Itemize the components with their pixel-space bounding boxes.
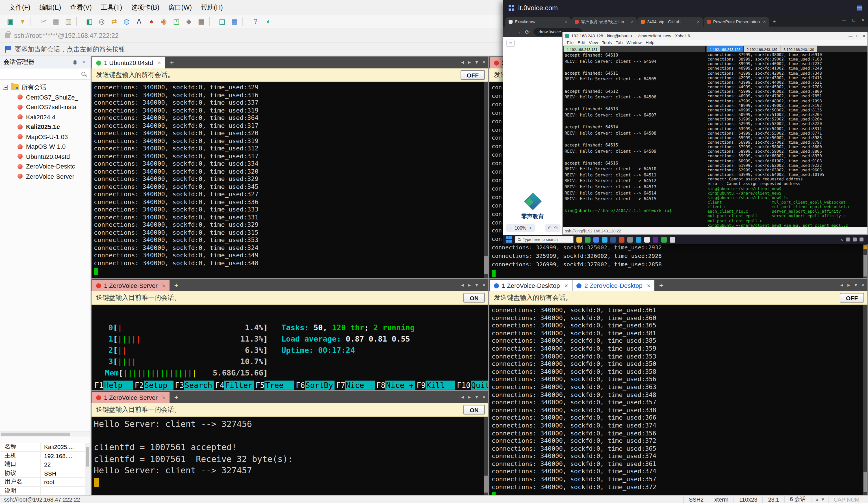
menu-item[interactable]: 工具(T) — [96, 3, 127, 12]
tab-scroll-right-icon[interactable]: ▸ — [468, 394, 471, 400]
pane-close-icon[interactable]: × — [482, 59, 485, 65]
calculator-icon[interactable]: ▦ — [196, 16, 207, 27]
tab-scroll-left-icon[interactable]: ◂ — [840, 282, 843, 288]
zoom-out-icon[interactable]: − — [509, 225, 512, 230]
terminal[interactable]: accept finshed: 64510RECV: Hello Server:… — [563, 52, 705, 227]
tab-close-icon[interactable]: × — [631, 19, 633, 24]
web-icon[interactable]: ◍ — [121, 16, 132, 27]
tab-close-icon[interactable]: × — [162, 394, 166, 401]
pin-icon[interactable]: ◉ — [72, 59, 79, 65]
tray-chevron-icon[interactable]: ∧ — [840, 237, 843, 242]
session-item[interactable]: Kali2024.4 — [0, 112, 90, 122]
close-icon[interactable]: × — [863, 34, 865, 38]
tab-scroll-right-icon[interactable]: ▸ — [847, 282, 850, 288]
browser-tab[interactable]: 零声教育 录播/线上 Linux C/C++... × — [571, 17, 637, 27]
htop-fkey[interactable]: F9Kill — [415, 381, 455, 390]
tab-scroll-left-icon[interactable]: ◂ — [461, 394, 464, 400]
fullscreen-icon[interactable]: ◰ — [170, 16, 182, 27]
tab-close-icon[interactable]: × — [647, 282, 651, 289]
refresh-icon[interactable]: ⟳ — [525, 29, 529, 35]
terminal[interactable]: connections: 37999, sockfd:38002, time_u… — [706, 52, 867, 227]
viewer-menu-icon[interactable]: ▦ — [856, 4, 862, 11]
close-icon[interactable]: × — [861, 18, 864, 23]
menu-item[interactable]: 查看(V) — [65, 3, 96, 12]
tab-close-icon[interactable]: × — [565, 19, 567, 24]
tray-network-icon[interactable] — [846, 238, 850, 241]
pane-close-icon[interactable]: × — [482, 394, 485, 400]
tab-menu-icon[interactable]: ▾ — [475, 59, 478, 65]
tab-zerovoice-server[interactable]: 1 ZeroVoice-Server × — [92, 280, 169, 291]
taskbar-app-icon[interactable] — [585, 237, 590, 242]
terminal-htop[interactable]: 0[|1.4%]1[|||||11.3%]2[||6.3%]3[||||10.7… — [92, 305, 488, 390]
taskbar-app-icon[interactable] — [661, 237, 667, 242]
browser-tab[interactable]: 2404_vip - GitLab × — [638, 17, 703, 27]
tab-menu-icon[interactable]: ▾ — [475, 394, 478, 400]
tab-zerovoice-server[interactable]: 1 ZeroVoice-Server × — [92, 392, 169, 403]
terminal-ubuntu[interactable]: connections: 340000, sockfd:0, time_used… — [92, 82, 488, 278]
xshell6-title-bar[interactable]: 192.168.243.128 - king@ubuntu - ~/share/… — [563, 32, 867, 40]
taskbar-app-icon[interactable] — [593, 237, 599, 242]
minimize-icon[interactable]: — — [848, 34, 852, 38]
tab-ubuntu[interactable]: 1 Ubuntu20.04std × — [92, 57, 165, 68]
htop-fkey[interactable]: F1Help — [93, 381, 133, 390]
file-transfer-icon[interactable]: ⇄ — [108, 16, 120, 27]
session-item[interactable]: Ubuntu20.04std — [0, 152, 90, 161]
hamburger-menu-icon[interactable]: ≡ — [506, 40, 515, 47]
excalidraw-canvas[interactable]: ≡ 零声教育 − 100% + ↶ ↷ — [503, 37, 562, 235]
pane-close-icon[interactable]: × — [861, 282, 865, 288]
taskbar-app-icon[interactable] — [602, 237, 608, 242]
taskbar-app-icon[interactable] — [670, 237, 675, 242]
tab-scroll-left-icon[interactable]: ◂ — [461, 282, 464, 288]
maximize-icon[interactable]: □ — [852, 18, 855, 23]
back-icon[interactable]: ← — [506, 29, 512, 35]
browser-tab[interactable]: PowerPoint Presentation × — [704, 17, 769, 27]
tab-scroll-right-icon[interactable]: ▸ — [468, 59, 471, 65]
terminal-scrollbar[interactable] — [863, 305, 867, 495]
session-item[interactable]: MapOS-U-1.03 — [0, 132, 90, 142]
capture-icon[interactable]: ◉ — [158, 16, 169, 27]
taskbar-app-icon[interactable] — [627, 237, 633, 242]
taskbar-app-icon[interactable] — [644, 237, 650, 242]
copy-icon[interactable]: ▤ — [50, 16, 62, 27]
session-folder-all[interactable]: 所有会话 — [0, 82, 90, 92]
htop-fkey[interactable]: F4Filter — [214, 381, 254, 390]
menu-item[interactable]: 窗口(W) — [164, 3, 196, 12]
help-icon[interactable]: ? — [250, 16, 261, 27]
statusbar-arrows-icon[interactable]: ▲ ▼ — [811, 497, 828, 502]
open-session-icon[interactable]: ▼ — [17, 16, 28, 27]
new-session-icon[interactable]: ▣ — [4, 16, 16, 27]
menu-item[interactable]: 帮助(H) — [196, 3, 227, 12]
htop-fkey[interactable]: F6SortBy — [294, 381, 334, 390]
tab-scroll-left-icon[interactable]: ◂ — [461, 59, 464, 65]
htop-fkey[interactable]: F8Nice + — [375, 381, 415, 390]
terminal-scrollbar[interactable] — [484, 82, 488, 278]
new-window-icon[interactable]: ◱ — [216, 16, 228, 27]
menu-item[interactable]: Help — [644, 40, 656, 45]
zoom-in-icon[interactable]: + — [529, 225, 531, 230]
maximize-icon[interactable]: □ — [856, 34, 859, 38]
menu-item[interactable]: 文件(F) — [4, 3, 35, 12]
new-tab-button[interactable]: + — [169, 393, 183, 402]
htop-fkey[interactable]: F3Search — [173, 381, 214, 390]
terminal-hello[interactable]: Hello Server: client --> 327456clientfd … — [92, 417, 488, 495]
session-item[interactable]: CentOS7self-insta — [0, 102, 90, 112]
expander-icon[interactable] — [3, 84, 8, 90]
menu-item[interactable]: Edit — [576, 40, 587, 45]
find-icon[interactable]: ◎ — [96, 16, 107, 27]
new-tab-button[interactable]: + — [169, 281, 183, 290]
session-item[interactable]: CentOS7_ShuiZe_ — [0, 92, 90, 102]
new-tab-button[interactable]: + — [655, 281, 668, 290]
tab-close-icon[interactable]: × — [158, 59, 161, 66]
session-item[interactable]: MapOS-W-1.0 — [0, 142, 90, 152]
xshell6-tab[interactable]: 1 192.168.243.131 — [564, 47, 600, 52]
taskbar-app-icon[interactable] — [636, 237, 641, 242]
tab-menu-icon[interactable]: ▾ — [855, 282, 857, 288]
menu-item[interactable]: Tab — [614, 40, 624, 45]
xshell6-tab[interactable]: 2 192.168.243.139 — [744, 47, 780, 52]
record-icon[interactable]: ● — [146, 16, 157, 27]
viewer-title-bar[interactable]: it.0voice.com ▦ — [503, 0, 868, 15]
tab-close-icon[interactable]: × — [697, 19, 700, 24]
tab-scroll-right-icon[interactable]: ▸ — [468, 282, 471, 288]
start-button[interactable] — [506, 237, 512, 243]
redo-icon[interactable]: ↷ — [554, 225, 558, 230]
